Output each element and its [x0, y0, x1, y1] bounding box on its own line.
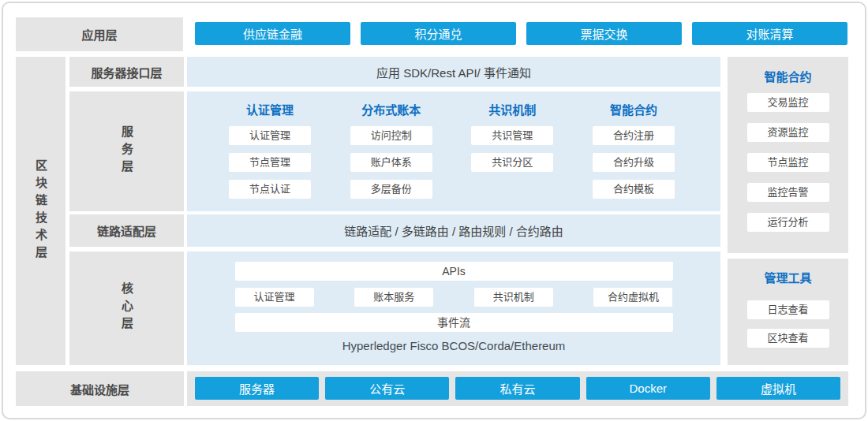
core-layer-label: 核心层	[69, 251, 184, 365]
app-layer-buttons: 供应链金融 积分通兑 票据交换 对账清算	[195, 22, 847, 45]
link-layer-label: 链路适配层	[69, 214, 184, 247]
tools-panel-title: 管理工具	[728, 270, 848, 286]
app-layer-label: 应用层	[16, 17, 183, 51]
monitor-node-resource: 资源监控	[747, 123, 829, 142]
monitor-node-node: 节点监控	[747, 153, 829, 172]
core-layer-panel: APIs 认证管理 账本服务 共识机制 合约虚拟机 事件流 Hyperledge…	[187, 251, 720, 365]
core-layer-content: APIs 认证管理 账本服务 共识机制 合约虚拟机 事件流 Hyperledge…	[235, 262, 673, 352]
monitor-node-analysis: 运行分析	[747, 213, 829, 232]
link-adaptation-bar: 链路适配 / 多链路由 / 路由规则 / 合约路由	[187, 214, 720, 247]
service-col-consensus: 共识机制 共识管理 共识分区	[471, 102, 553, 211]
service-node: 共识管理	[471, 126, 553, 145]
app-node-points-exchange: 积分通兑	[361, 22, 516, 45]
diagram-frame: 应用层 供应链金融 积分通兑 票据交换 对账清算 区块链技术层 服务器接口层 服…	[2, 2, 866, 419]
service-node: 节点管理	[229, 153, 311, 172]
service-layer-panel: 认证管理 认证管理 节点管理 节点认证 分布式账本 访问控制 账户体系 多层备份…	[187, 91, 720, 211]
infra-node-private-cloud: 私有云	[455, 377, 579, 400]
core-layer-label-text: 核心层	[118, 282, 135, 334]
tool-node-log-view: 日志查看	[747, 300, 829, 319]
infra-node-public-cloud: 公有云	[325, 377, 449, 400]
service-col-contract-title: 智能合约	[610, 102, 657, 118]
interface-layer-label: 服务器接口层	[69, 57, 184, 87]
monitor-panel: 智能合约 交易监控 资源监控 节点监控 监控告警 运行分析	[728, 57, 848, 253]
infra-node-vm: 虚拟机	[716, 377, 840, 400]
core-node-consensus: 共识机制	[474, 288, 553, 307]
monitor-node-alert: 监控告警	[747, 183, 829, 202]
service-node: 合约模板	[593, 180, 675, 199]
service-col-ledger: 分布式账本 访问控制 账户体系 多层备份	[350, 102, 432, 211]
service-node: 共识分区	[471, 153, 553, 172]
infra-node-server: 服务器	[195, 377, 319, 400]
infra-layer-strip: 服务器 公有云 私有云 Docker 虚拟机	[187, 371, 848, 406]
service-layer-label-text: 服务层	[118, 125, 135, 177]
core-node-ledger-service: 账本服务	[354, 288, 433, 307]
app-node-supply-chain-finance: 供应链金融	[195, 22, 350, 45]
tech-layer-label-text: 区块链技术层	[32, 159, 49, 263]
service-col-auth-title: 认证管理	[246, 102, 294, 118]
sdk-api-bar: 应用 SDK/Rest API/ 事件通知	[187, 57, 720, 87]
core-node-auth: 认证管理	[235, 288, 314, 307]
service-col-auth: 认证管理 认证管理 节点管理 节点认证	[229, 102, 311, 211]
service-col-consensus-title: 共识机制	[488, 102, 536, 118]
infra-node-docker: Docker	[586, 377, 710, 400]
app-node-reconciliation: 对账清算	[692, 22, 847, 45]
core-node-contract-vm: 合约虚拟机	[593, 288, 672, 307]
service-col-contract: 智能合约 合约注册 合约升级 合约模板	[593, 102, 675, 211]
tool-node-block-view: 区块查看	[747, 329, 829, 348]
core-event-stream-bar: 事件流	[235, 313, 673, 332]
service-node: 认证管理	[229, 126, 311, 145]
service-node: 节点认证	[229, 180, 311, 199]
service-node: 访问控制	[350, 126, 432, 145]
core-apis-bar: APIs	[235, 262, 673, 281]
tools-panel: 管理工具 日志查看 区块查看	[728, 259, 848, 365]
service-col-ledger-title: 分布式账本	[361, 102, 421, 118]
core-platforms-text: Hyperledger Fisco BCOS/Corda/Ethereum	[235, 339, 673, 352]
core-items-row: 认证管理 账本服务 共识机制 合约虚拟机	[235, 288, 673, 307]
app-node-bill-exchange: 票据交换	[526, 22, 682, 45]
service-layer-label: 服务层	[69, 91, 184, 211]
service-node: 多层备份	[350, 180, 432, 199]
infra-layer-label: 基础设施层	[16, 371, 184, 406]
monitor-node-transaction: 交易监控	[747, 93, 829, 112]
service-node: 账户体系	[350, 153, 432, 172]
tech-layer-label: 区块链技术层	[16, 57, 65, 365]
service-node: 合约注册	[593, 126, 675, 145]
service-node: 合约升级	[593, 153, 675, 172]
monitor-panel-title: 智能合约	[728, 69, 848, 85]
